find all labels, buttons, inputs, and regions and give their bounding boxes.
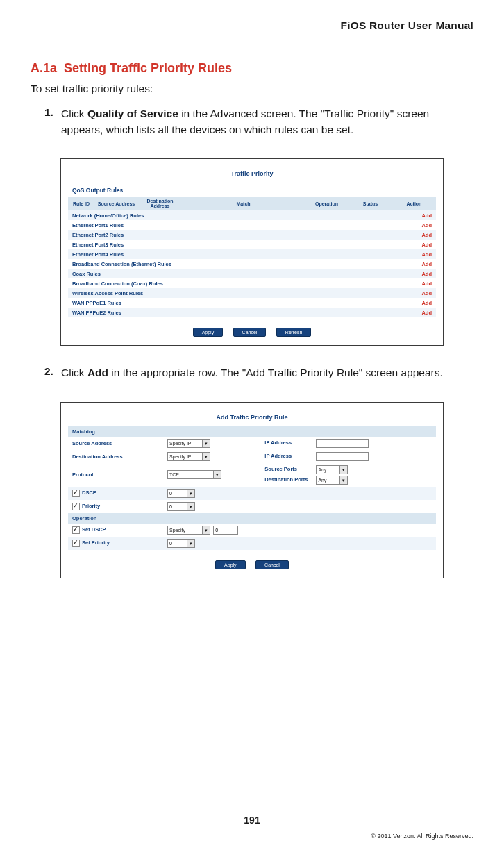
chevron-down-icon: ▾ — [202, 453, 210, 460]
chevron-down-icon: ▾ — [187, 540, 194, 547]
source-address-select[interactable]: Specify IP▾ — [167, 439, 210, 448]
col-status: Status — [348, 197, 392, 210]
add-link[interactable]: Add — [392, 249, 436, 259]
table-row: Coax RulesAdd — [68, 269, 436, 278]
cancel-button[interactable]: Cancel — [255, 560, 289, 569]
page-header-title: FiOS Router User Manual — [31, 19, 473, 32]
add-link[interactable]: Add — [392, 298, 436, 308]
add-link[interactable]: Add — [392, 220, 436, 230]
source-ports-select[interactable]: Any▾ — [316, 465, 348, 474]
add-link[interactable]: Add — [392, 288, 436, 298]
panel2-button-row: Apply Cancel — [68, 550, 436, 569]
table-row: Ethernet Port1 RulesAdd — [68, 220, 436, 230]
dscp-label: DSCP — [68, 487, 163, 500]
add-link[interactable]: Add — [392, 240, 436, 249]
chevron-down-icon: ▾ — [202, 440, 210, 447]
add-link[interactable]: Add — [392, 269, 436, 278]
table-row: Ethernet Port4 RulesAdd — [68, 249, 436, 259]
col-source-address: Source Address — [94, 197, 138, 210]
destination-ip-input[interactable] — [316, 452, 369, 461]
copyright: © 2011 Verizon. All Rights Reserved. — [371, 833, 473, 840]
dscp-checkbox[interactable] — [72, 490, 80, 497]
step-2-text: Click Add in the appropriate row. The "A… — [61, 365, 473, 381]
destination-address-select[interactable]: Specify IP▾ — [167, 452, 210, 461]
section-heading: A.1a Setting Traffic Priority Rules — [31, 61, 473, 76]
table-row: Ethernet Port3 RulesAdd — [68, 240, 436, 249]
add-rule-screenshot: Add Traffic Priority Rule Matching Sourc… — [60, 402, 444, 578]
table-row: Broadband Connection (Ethernet) RulesAdd — [68, 259, 436, 269]
dscp-select[interactable]: 0▾ — [167, 489, 195, 498]
chevron-down-icon: ▾ — [187, 503, 194, 510]
priority-checkbox[interactable] — [72, 503, 80, 510]
table-row: Ethernet Port2 RulesAdd — [68, 230, 436, 240]
set-dscp-select[interactable]: Specify▾ — [167, 526, 210, 535]
table-row: Network (Home/Office) RulesAdd — [68, 210, 436, 220]
protocol-label: Protocol — [68, 463, 163, 487]
chevron-down-icon: ▾ — [202, 526, 210, 534]
ip-address-label: IP Address — [264, 440, 314, 446]
set-dscp-checkbox[interactable] — [72, 526, 80, 534]
source-ports-label: Source Ports — [264, 466, 314, 472]
step-2: 2. Click Add in the appropriate row. The… — [44, 365, 473, 381]
step-2-number: 2. — [44, 365, 61, 381]
panel2-title: Add Traffic Priority Rule — [68, 410, 436, 426]
matching-section-header: Matching — [68, 426, 436, 437]
destination-ports-select[interactable]: Any▾ — [316, 476, 348, 485]
chevron-down-icon: ▾ — [339, 466, 347, 474]
add-link[interactable]: Add — [392, 308, 436, 317]
chevron-down-icon: ▾ — [213, 471, 221, 478]
set-dscp-label: Set DSCP — [68, 524, 163, 537]
col-operation: Operation — [305, 197, 348, 210]
set-dscp-value-input[interactable]: 0 — [213, 526, 238, 535]
col-destination-address: Destination Address — [138, 197, 182, 210]
ip-address-label: IP Address — [264, 453, 314, 459]
set-priority-select[interactable]: 0▾ — [167, 539, 195, 548]
source-address-label: Source Address — [68, 437, 163, 450]
section-intro: To set traffic priority rules: — [31, 81, 473, 97]
priority-select[interactable]: 0▾ — [167, 502, 195, 511]
page-number: 191 — [0, 815, 504, 826]
set-priority-label: Set Priority — [68, 537, 163, 550]
col-action: Action — [392, 197, 436, 210]
operation-section-header: Operation — [68, 513, 436, 524]
panel1-button-row: Apply Cancel Refresh — [68, 317, 436, 337]
chevron-down-icon: ▾ — [339, 476, 347, 484]
source-ip-input[interactable] — [316, 439, 369, 448]
step-1-text: Click Quality of Service in the Advanced… — [61, 106, 473, 137]
table-row: Wireless Access Point RulesAdd — [68, 288, 436, 298]
col-rule-id: Rule ID — [68, 197, 94, 210]
add-link[interactable]: Add — [392, 259, 436, 269]
qos-rules-table: Rule ID Source Address Destination Addre… — [68, 197, 436, 317]
apply-button[interactable]: Apply — [215, 560, 246, 569]
chevron-down-icon: ▾ — [187, 490, 194, 497]
section-title: Setting Traffic Priority Rules — [64, 61, 232, 75]
panel-title: Traffic Priority — [68, 166, 436, 183]
cancel-button[interactable]: Cancel — [233, 328, 267, 337]
apply-button[interactable]: Apply — [193, 328, 224, 337]
set-priority-checkbox[interactable] — [72, 540, 80, 547]
refresh-button[interactable]: Refresh — [276, 328, 312, 337]
protocol-select[interactable]: TCP▾ — [167, 470, 221, 479]
qos-rules-body: Network (Home/Office) RulesAdd Ethernet … — [68, 210, 436, 317]
add-link[interactable]: Add — [392, 210, 436, 220]
table-row: WAN PPPoE1 RulesAdd — [68, 298, 436, 308]
priority-label: Priority — [68, 500, 163, 513]
step-1-number: 1. — [44, 106, 61, 137]
add-link[interactable]: Add — [392, 278, 436, 288]
table-row: Broadband Connection (Coax) RulesAdd — [68, 278, 436, 288]
destination-address-label: Destination Address — [68, 450, 163, 463]
traffic-priority-screenshot: Traffic Priority QoS Output Rules Rule I… — [60, 158, 444, 346]
table-row: WAN PPPoE2 RulesAdd — [68, 308, 436, 317]
destination-ports-label: Destination Ports — [264, 476, 314, 483]
add-rule-table: Matching Source Address Specify IP▾ IP A… — [68, 426, 436, 550]
section-number: A.1a — [31, 61, 57, 75]
add-link[interactable]: Add — [392, 230, 436, 240]
qos-output-rules-heading: QoS Output Rules — [72, 187, 436, 194]
col-match: Match — [182, 197, 305, 210]
step-1: 1. Click Quality of Service in the Advan… — [44, 106, 473, 137]
